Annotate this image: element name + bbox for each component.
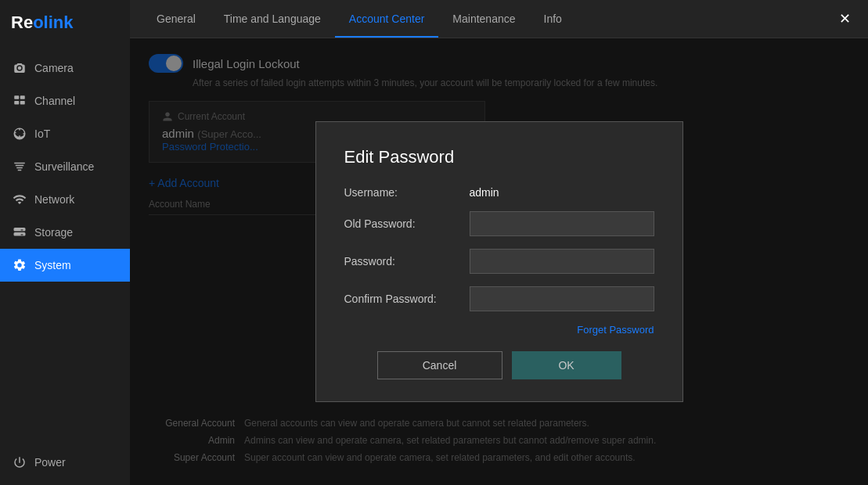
tab-info[interactable]: Info — [530, 0, 576, 38]
camera-icon — [13, 61, 27, 75]
old-password-input[interactable] — [470, 211, 654, 236]
username-value: admin — [470, 186, 499, 199]
power-label: Power — [34, 456, 66, 469]
svg-rect-3 — [20, 101, 25, 105]
sidebar-item-channel-label: Channel — [34, 95, 75, 107]
tab-time-language[interactable]: Time and Language — [210, 0, 335, 38]
ok-button[interactable]: OK — [512, 351, 621, 379]
confirm-password-label: Confirm Password: — [344, 293, 470, 305]
sidebar-item-iot[interactable]: IoT — [0, 117, 130, 150]
password-input[interactable] — [470, 249, 654, 274]
confirm-password-input[interactable] — [470, 286, 654, 311]
tab-account-center[interactable]: Account Center — [335, 0, 439, 38]
power-icon — [13, 455, 27, 469]
svg-rect-2 — [14, 101, 19, 105]
sidebar-item-network[interactable]: Network — [0, 183, 130, 216]
tab-bar: General Time and Language Account Center… — [130, 0, 868, 38]
sidebar-item-power[interactable]: Power — [0, 446, 130, 479]
password-row: Password: — [344, 249, 654, 274]
dialog-overlay: Edit Password Username: admin Old Passwo… — [130, 38, 868, 485]
logo: Reolink — [0, 0, 130, 45]
password-label: Password: — [344, 255, 470, 268]
sidebar-item-iot-label: IoT — [34, 128, 50, 140]
forget-password-link[interactable]: Forget Password — [344, 324, 654, 336]
storage-icon — [13, 225, 27, 239]
sidebar-item-storage-label: Storage — [34, 226, 73, 239]
sidebar-item-system[interactable]: System — [0, 249, 130, 282]
surveillance-icon — [13, 160, 27, 174]
sidebar-item-system-label: System — [34, 259, 71, 271]
tab-maintenance[interactable]: Maintenance — [438, 0, 529, 38]
edit-password-dialog: Edit Password Username: admin Old Passwo… — [315, 121, 683, 402]
sidebar-item-surveillance[interactable]: Surveillance — [0, 150, 130, 183]
sidebar-item-camera-label: Camera — [34, 62, 74, 74]
sidebar: Reolink Camera Channel IoT Surveillance — [0, 0, 130, 485]
sidebar-item-storage[interactable]: Storage — [0, 216, 130, 249]
cancel-button[interactable]: Cancel — [377, 351, 502, 379]
username-label: Username: — [344, 186, 470, 199]
close-button[interactable]: ✕ — [834, 8, 855, 30]
sidebar-item-channel[interactable]: Channel — [0, 84, 130, 117]
main-content: General Time and Language Account Center… — [130, 0, 868, 485]
sidebar-item-camera[interactable]: Camera — [0, 52, 130, 84]
sidebar-item-surveillance-label: Surveillance — [34, 160, 94, 173]
network-icon — [13, 192, 27, 207]
tab-general[interactable]: General — [142, 0, 210, 38]
content-area: Illegal Login Lockout After a series of … — [130, 38, 868, 485]
dialog-title: Edit Password — [344, 147, 654, 167]
logo-re: Re — [11, 13, 33, 32]
channel-icon — [13, 94, 27, 108]
dialog-buttons: Cancel OK — [344, 351, 654, 379]
confirm-password-row: Confirm Password: — [344, 286, 654, 311]
username-row: Username: admin — [344, 186, 654, 199]
svg-rect-1 — [20, 95, 25, 99]
logo-olink: olink — [33, 13, 73, 32]
old-password-row: Old Password: — [344, 211, 654, 236]
old-password-label: Old Password: — [344, 217, 470, 230]
sidebar-item-network-label: Network — [34, 193, 74, 206]
system-icon — [13, 258, 27, 272]
svg-rect-0 — [14, 95, 19, 99]
iot-icon — [13, 127, 27, 141]
